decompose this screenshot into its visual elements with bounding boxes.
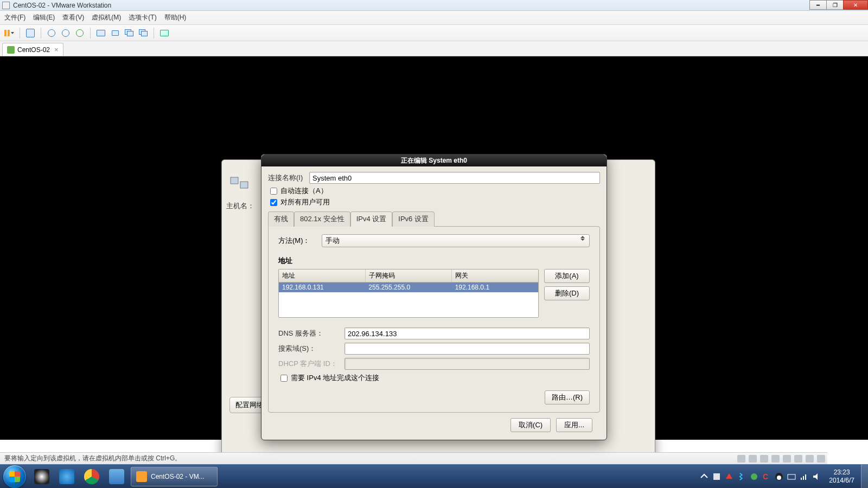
auto-connect-checkbox[interactable]: 自动连接（A） [268, 186, 600, 196]
snapshot-manage-button[interactable] [74, 27, 86, 39]
all-users-label: 对所有用户可用 [280, 197, 330, 207]
tray-penguin-icon[interactable] [775, 472, 783, 481]
tab-ipv6[interactable]: IPv6 设置 [392, 211, 435, 227]
search-domain-input[interactable] [344, 343, 590, 355]
revert-button[interactable] [46, 27, 58, 39]
menu-file[interactable]: 文件(F) [4, 13, 25, 22]
device-hdd-icon[interactable] [737, 455, 745, 463]
dhcp-client-label: DHCP 客户端 ID： [278, 359, 341, 369]
conn-name-input[interactable] [309, 172, 600, 184]
tray-flag-icon[interactable] [712, 472, 721, 481]
tray-expand-icon[interactable] [700, 472, 709, 481]
cell-netmask: 255.255.255.0 [365, 282, 451, 292]
auto-connect-label: 自动连接（A） [280, 186, 328, 196]
all-users-checkbox[interactable]: 对所有用户可用 [268, 197, 600, 207]
header-netmask: 子网掩码 [366, 269, 452, 282]
vmware-status-bar: 要将输入定向到该虚拟机，请在虚拟机内部单击或按 Ctrl+G。 [0, 452, 827, 464]
window-titlebar: CentOS-02 - VMware Workstation ━ ❐ ✕ [0, 0, 868, 11]
tray-safe-icon[interactable] [750, 472, 758, 481]
fullscreen-button[interactable] [158, 27, 170, 39]
svg-rect-8 [801, 478, 802, 480]
toolbar-separator [90, 28, 91, 38]
device-cd-icon[interactable] [749, 455, 757, 463]
vm-console[interactable]: 主机名： 配置网络 正在编辑 System eth0 连接名称(I) 自动连接（… [0, 56, 868, 440]
tray-kb-icon[interactable] [787, 472, 796, 481]
method-combo[interactable]: 手动 [322, 234, 590, 247]
all-users-box[interactable] [270, 199, 277, 206]
method-label: 方法(M)： [278, 236, 316, 246]
vmware-icon [136, 471, 147, 482]
tray-action-icon[interactable] [725, 472, 733, 481]
header-address: 地址 [279, 269, 366, 282]
delete-address-button[interactable]: 删除(D) [544, 286, 590, 300]
tray-volume-icon[interactable] [812, 472, 821, 481]
require-ipv4-checkbox[interactable]: 需要 IPv4 地址完成这个连接 [278, 373, 590, 383]
show-desktop-button[interactable] [861, 465, 868, 489]
auto-connect-box[interactable] [270, 188, 277, 195]
menu-vm[interactable]: 虚拟机(M) [92, 13, 121, 22]
cancel-button[interactable]: 取消(C) [510, 418, 551, 432]
device-display-icon[interactable] [806, 455, 814, 463]
app-icon [2, 2, 10, 9]
require-ipv4-label: 需要 IPv4 地址完成这个连接 [291, 373, 379, 383]
dropdown-icon [580, 236, 587, 241]
menu-edit[interactable]: 编辑(E) [33, 13, 55, 22]
suspend-button[interactable] [3, 27, 15, 39]
tab-wired[interactable]: 有线 [268, 211, 294, 227]
device-usb-icon[interactable] [771, 455, 780, 463]
tab-8021x[interactable]: 802.1x 安全性 [294, 211, 350, 227]
address-header: 地址 子网掩码 网关 [279, 269, 538, 282]
start-button[interactable] [3, 465, 26, 488]
cycle-mon-button[interactable] [137, 27, 149, 39]
vm-tab-bar: CentOS-02 × [0, 41, 868, 56]
add-address-button[interactable]: 添加(A) [544, 269, 590, 283]
pinned-chrome[interactable] [80, 467, 104, 486]
vm-tab-centos02[interactable]: CentOS-02 × [2, 43, 63, 56]
close-tab-icon[interactable]: × [54, 46, 59, 54]
show-console-button[interactable] [95, 27, 107, 39]
toolbar-separator [41, 28, 41, 38]
pinned-ie[interactable] [55, 467, 79, 486]
snapshot-take-button[interactable] [60, 27, 72, 39]
routes-button[interactable]: 路由…(R) [545, 390, 590, 404]
snapshot-button[interactable] [24, 27, 36, 39]
tray-bluetooth-icon[interactable] [737, 472, 746, 481]
menu-help[interactable]: 帮助(H) [164, 13, 187, 22]
cell-gateway: 192.168.0.1 [452, 282, 538, 292]
task-vmware[interactable]: CentOS-02 - VM... [131, 467, 218, 486]
close-button[interactable]: ✕ [843, 0, 868, 10]
minimize-button[interactable]: ━ [809, 0, 827, 10]
tray-wifi-icon[interactable] [800, 472, 808, 481]
taskbar-clock[interactable]: 23:23 2014/6/7 [825, 468, 859, 485]
dns-input[interactable] [344, 328, 590, 339]
tray-c-icon[interactable]: C [762, 472, 771, 481]
device-net-icon[interactable] [760, 455, 768, 463]
toolbar [0, 25, 868, 41]
device-sound-icon[interactable] [783, 455, 791, 463]
svg-rect-1 [240, 182, 248, 188]
address-table[interactable]: 地址 子网掩码 网关 192.168.0.131 255.255.255.0 1… [278, 269, 539, 318]
menu-tabs[interactable]: 选项卡(T) [129, 13, 156, 22]
multi-mon-button[interactable] [123, 27, 135, 39]
require-ipv4-box[interactable] [280, 375, 288, 382]
tab-ipv4[interactable]: IPv4 设置 [350, 211, 393, 227]
apply-button[interactable]: 应用... [556, 418, 592, 432]
toolbar-separator [20, 28, 20, 38]
maximize-button[interactable]: ❐ [826, 0, 844, 10]
show-thumb-button[interactable] [109, 27, 121, 39]
device-printer-icon[interactable] [794, 455, 802, 463]
toolbar-separator [154, 28, 154, 38]
pinned-explorer[interactable] [105, 467, 129, 486]
search-domain-label: 搜索域(S)： [278, 344, 341, 354]
menu-expand-icon[interactable] [817, 455, 825, 463]
pinned-qq[interactable] [30, 467, 54, 486]
svg-point-6 [777, 476, 781, 480]
system-tray: C 23:23 2014/6/7 [700, 468, 861, 485]
task-label: CentOS-02 - VM... [151, 473, 205, 480]
menu-view[interactable]: 查看(V) [62, 13, 84, 22]
svg-point-3 [751, 473, 757, 480]
addresses-title: 地址 [278, 256, 590, 266]
network-icon [229, 175, 251, 194]
address-row[interactable]: 192.168.0.131 255.255.255.0 192.168.0.1 [279, 282, 538, 292]
method-value: 手动 [326, 236, 340, 246]
